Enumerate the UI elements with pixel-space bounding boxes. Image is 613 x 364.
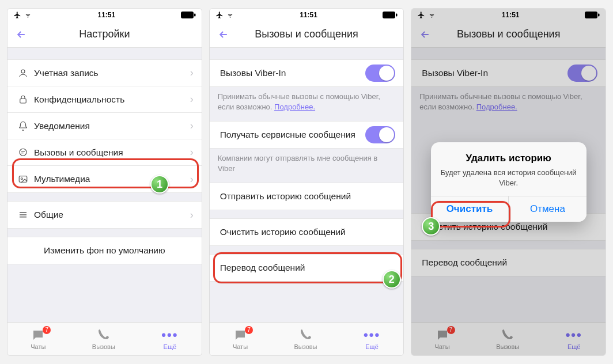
- list-icon: [16, 210, 31, 220]
- alert-confirm-button[interactable]: Очистить: [431, 196, 509, 222]
- chats-icon: 7: [31, 328, 46, 342]
- row-label: Изменить фон по умолчанию: [44, 240, 165, 261]
- chevron-right-icon: ›: [190, 173, 194, 185]
- step-badge: 2: [383, 270, 401, 289]
- wifi-icon: [226, 12, 234, 18]
- svg-rect-7: [383, 12, 395, 18]
- tab-chats[interactable]: 7 Чаты: [31, 328, 46, 350]
- row-translate[interactable]: Перевод сообщений: [210, 255, 404, 281]
- tab-label: Вызовы: [294, 343, 317, 350]
- screenshot-settings: 11:51 Настройки Учетная запись ›: [7, 8, 202, 356]
- row-label: Конфиденциальность: [31, 89, 190, 111]
- wifi-icon: [24, 12, 32, 18]
- screenshot-alert: 11:51 Вызовы и сообщения Вызовы Viber-In…: [411, 8, 606, 356]
- navbar: Вызовы и сообщения: [210, 21, 404, 48]
- clock: 11:51: [300, 11, 317, 19]
- settings-item-change-bg[interactable]: Изменить фон по умолчанию: [7, 237, 202, 264]
- tab-label: Чаты: [31, 343, 46, 350]
- row-label: Учетная запись: [31, 62, 190, 84]
- alert-dialog: Удалить историю Будет удалена вся истори…: [411, 9, 606, 355]
- row-label: Вызовы Viber-In: [218, 62, 366, 84]
- toggle-service-messages[interactable]: Получать сервисные сообщения: [210, 122, 404, 148]
- airplane-icon: [215, 11, 224, 19]
- chevron-right-icon: ›: [190, 146, 194, 158]
- navbar: Настройки: [7, 21, 202, 48]
- settings-item-privacy[interactable]: Конфиденциальность ›: [7, 86, 202, 113]
- screenshot-calls-messages: 11:51 Вызовы и сообщения Вызовы Viber-In…: [209, 8, 404, 356]
- svg-point-4: [20, 149, 27, 156]
- page-title: Вызовы и сообщения: [255, 28, 358, 40]
- row-label: Перевод сообщений: [218, 257, 396, 279]
- settings-item-calls-messages[interactable]: Вызовы и сообщения ›: [7, 139, 202, 166]
- tab-label: Ещё: [164, 343, 177, 350]
- row-label: Общие: [31, 204, 190, 226]
- tab-bar: 7 Чаты Вызовы ••• Ещё: [7, 322, 202, 355]
- bell-icon: [16, 121, 31, 131]
- svg-rect-1: [194, 14, 196, 17]
- chevron-right-icon: ›: [190, 120, 194, 132]
- step-badge: 1: [150, 175, 169, 194]
- media-icon: [16, 174, 31, 184]
- switch-on-icon[interactable]: [365, 126, 395, 143]
- row-label: Отправить историю сообщений: [218, 185, 396, 207]
- unread-badge: 7: [245, 326, 253, 334]
- tab-calls[interactable]: Вызовы: [92, 328, 115, 350]
- tab-label: Чаты: [233, 343, 248, 350]
- back-button[interactable]: [214, 21, 233, 47]
- battery-icon: [383, 12, 398, 18]
- chat-icon: [16, 147, 31, 158]
- settings-item-notifications[interactable]: Уведомления ›: [7, 113, 202, 139]
- alert-cancel-button[interactable]: Отмена: [508, 196, 586, 222]
- service-description: Компании могут отправлять мне сообщения …: [210, 149, 404, 175]
- svg-point-6: [21, 178, 22, 180]
- status-bar: 11:51: [7, 9, 202, 21]
- chevron-right-icon: ›: [190, 67, 194, 79]
- chats-icon: 7: [233, 328, 248, 342]
- lock-icon: [16, 94, 31, 105]
- svg-rect-3: [20, 98, 27, 103]
- row-label: Вызовы и сообщения: [31, 142, 190, 164]
- switch-on-icon[interactable]: [365, 65, 395, 82]
- chevron-right-icon: ›: [190, 93, 194, 105]
- row-label: Уведомления: [31, 115, 190, 137]
- tab-label: Вызовы: [92, 343, 115, 350]
- tab-bar: 7 Чаты Вызовы ••• Ещё: [210, 322, 404, 355]
- svg-rect-8: [396, 14, 398, 17]
- settings-item-account[interactable]: Учетная запись ›: [7, 60, 202, 86]
- row-clear-history[interactable]: Очистить историю сообщений: [210, 219, 404, 245]
- battery-icon: [181, 12, 196, 18]
- settings-item-media[interactable]: Мультимедиа ›: [7, 166, 202, 192]
- tab-chats[interactable]: 7 Чаты: [233, 328, 248, 350]
- page-title: Настройки: [79, 28, 130, 40]
- row-label: Получать сервисные сообщения: [218, 124, 366, 146]
- svg-rect-0: [181, 12, 194, 18]
- tab-more[interactable]: ••• Ещё: [364, 328, 380, 350]
- alert-title: Удалить историю: [440, 153, 577, 164]
- phone-icon: [299, 328, 313, 342]
- more-icon: •••: [364, 328, 380, 342]
- tab-label: Ещё: [365, 343, 379, 350]
- tab-more[interactable]: ••• Ещё: [161, 328, 178, 350]
- learn-more-link[interactable]: Подробнее.: [274, 103, 315, 111]
- more-icon: •••: [161, 328, 178, 342]
- settings-item-general[interactable]: Общие ›: [7, 202, 202, 228]
- unread-badge: 7: [43, 326, 51, 334]
- tab-calls[interactable]: Вызовы: [294, 328, 317, 350]
- phone-icon: [97, 328, 111, 342]
- row-send-history[interactable]: Отправить историю сообщений: [210, 183, 404, 210]
- clock: 11:51: [97, 11, 115, 19]
- toggle-viber-in[interactable]: Вызовы Viber-In: [210, 60, 404, 86]
- back-button[interactable]: [12, 21, 31, 47]
- row-label: Очистить историю сообщений: [218, 221, 396, 243]
- chevron-right-icon: ›: [190, 209, 194, 221]
- status-bar: 11:51: [210, 9, 404, 21]
- alert-message: Будет удалена вся история сообщений Vibe…: [440, 168, 577, 188]
- viber-in-description: Принимать обычные вызовы с помощью Viber…: [210, 87, 404, 113]
- person-icon: [16, 68, 31, 78]
- airplane-icon: [13, 11, 21, 19]
- svg-point-2: [21, 70, 25, 73]
